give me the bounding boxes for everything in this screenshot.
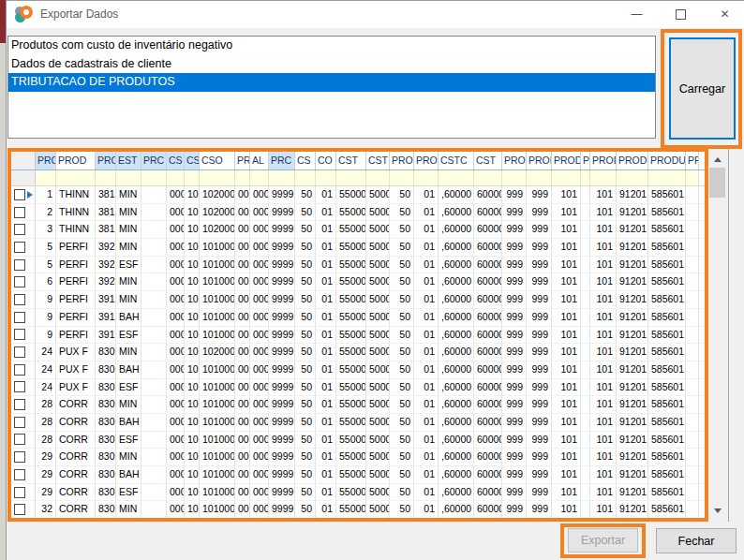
maximize-button[interactable] xyxy=(659,0,703,28)
filter-cell[interactable] xyxy=(250,170,269,185)
column-header[interactable]: PRC xyxy=(235,152,250,169)
column-header[interactable]: PROD xyxy=(590,152,617,169)
table-row[interactable]: 9PERFI391MIN0001010100000000999950015500… xyxy=(11,291,705,309)
filter-cell[interactable] xyxy=(552,170,581,185)
filter-cell[interactable] xyxy=(200,170,235,185)
column-header[interactable]: CS xyxy=(185,152,200,169)
column-header[interactable]: CSO xyxy=(200,152,235,169)
filter-cell[interactable] xyxy=(96,170,116,185)
column-header[interactable]: PROD xyxy=(552,152,581,169)
column-header[interactable]: CST xyxy=(366,152,390,169)
table-row[interactable]: 9PERFI391ESF0001010100000000999950015500… xyxy=(11,327,705,345)
filter-cell[interactable] xyxy=(36,170,56,185)
table-row[interactable]: 5PERFI392ESF0001010100000000999950015500… xyxy=(11,257,705,274)
table-row[interactable]: 28CORR830MIN0001010100000000999950015500… xyxy=(11,396,705,414)
vertical-scrollbar[interactable] xyxy=(709,152,725,518)
minimize-button[interactable]: — xyxy=(615,0,659,28)
column-header[interactable]: CS xyxy=(167,152,185,169)
filter-cell[interactable] xyxy=(581,170,590,185)
row-checkbox[interactable] xyxy=(14,399,25,410)
row-checkbox[interactable] xyxy=(14,451,25,463)
filter-cell[interactable] xyxy=(295,170,316,185)
table-row[interactable]: 28CORR830ESF0001010100000000999950015500… xyxy=(11,432,705,449)
filter-cell[interactable] xyxy=(502,170,527,185)
carregar-button[interactable]: Carregar xyxy=(669,37,736,140)
scrollbar-up-button[interactable] xyxy=(709,152,725,167)
table-row[interactable]: 6PERFI392MIN0001010100000000999950015500… xyxy=(11,273,705,291)
fechar-button[interactable]: Fechar xyxy=(656,528,737,553)
filter-cell[interactable] xyxy=(390,170,414,185)
column-header[interactable]: PROD xyxy=(390,152,414,169)
filter-cell[interactable] xyxy=(366,170,390,185)
table-row[interactable]: 29CORR830MIN0001010100000000999950015500… xyxy=(11,449,705,466)
filter-cell[interactable] xyxy=(336,170,366,185)
close-button[interactable]: ✕ xyxy=(703,0,744,28)
column-header[interactable]: PRODU xyxy=(581,152,590,169)
column-header[interactable]: PRC xyxy=(269,152,295,169)
column-header[interactable]: AL xyxy=(250,152,269,169)
filter-cell[interactable] xyxy=(686,170,699,185)
row-checkbox[interactable] xyxy=(14,329,25,340)
table-row[interactable]: 9PERFI391BAH0001010100000000999950015500… xyxy=(11,309,705,327)
filter-cell[interactable] xyxy=(648,170,686,185)
table-row[interactable]: 1THINN381MIN0001010200000000999950015500… xyxy=(11,186,705,204)
listbox-item-1[interactable]: Produtos com custo de inventário negativ… xyxy=(8,37,655,55)
filter-cell[interactable] xyxy=(316,170,336,185)
column-header[interactable]: PRC xyxy=(141,152,167,169)
listbox-item-3[interactable]: TRIBUTACAO DE PRODUTOS xyxy=(8,73,655,92)
table-row[interactable]: 3THINN381MIN0001010200000000999950015500… xyxy=(11,221,705,239)
report-listbox[interactable]: Produtos com custo de inventário negativ… xyxy=(7,36,656,139)
filter-cell[interactable] xyxy=(235,170,250,185)
column-header[interactable]: PRC xyxy=(36,152,56,169)
row-checkbox[interactable] xyxy=(14,294,25,305)
row-checkbox[interactable] xyxy=(14,417,25,428)
filter-cell[interactable] xyxy=(590,170,617,185)
column-header[interactable]: PRODU xyxy=(502,152,527,169)
column-header[interactable]: PRODU xyxy=(527,152,552,169)
filter-cell[interactable] xyxy=(141,170,167,185)
filter-cell[interactable] xyxy=(527,170,552,185)
scrollbar-thumb[interactable] xyxy=(709,168,725,198)
row-checkbox[interactable] xyxy=(14,346,25,358)
column-header[interactable]: PROD xyxy=(56,152,96,169)
column-header[interactable]: CO xyxy=(316,152,336,169)
row-checkbox[interactable] xyxy=(14,189,25,200)
table-row[interactable]: 24PUX F830ESF000101010000000099995001550… xyxy=(11,379,705,397)
filter-cell[interactable] xyxy=(167,170,185,185)
row-checkbox[interactable] xyxy=(14,487,25,498)
column-header[interactable]: PRODU xyxy=(686,152,699,169)
filter-cell[interactable] xyxy=(269,170,295,185)
row-checkbox[interactable] xyxy=(14,381,25,392)
column-header[interactable]: PROD xyxy=(414,152,439,169)
row-checkbox[interactable] xyxy=(14,312,25,323)
row-checkbox[interactable] xyxy=(14,434,25,445)
filter-cell[interactable] xyxy=(185,170,200,185)
table-row[interactable]: 2THINN381MIN0001010200000000999950015500… xyxy=(11,204,705,222)
table-row[interactable]: 5PERFI392MIN0001010100000000999950015500… xyxy=(11,239,705,257)
column-header[interactable]: CSTC xyxy=(439,152,474,169)
filter-cell[interactable] xyxy=(56,170,96,185)
row-checkbox[interactable] xyxy=(14,276,25,287)
filter-cell[interactable] xyxy=(439,170,474,185)
table-row[interactable]: 24PUX F830MIN000101020000000099995001550… xyxy=(11,344,705,361)
filter-cell[interactable] xyxy=(414,170,439,185)
scrollbar-down-button[interactable] xyxy=(709,503,725,518)
row-checkbox[interactable] xyxy=(14,504,25,515)
exportar-button[interactable]: Exportar xyxy=(568,528,638,553)
row-checkbox[interactable] xyxy=(14,242,25,253)
listbox-item-2[interactable]: Dados de cadastrais de cliente xyxy=(8,55,655,74)
table-row[interactable]: 29CORR830ESF0001010100000000999950015500… xyxy=(11,484,705,502)
filter-cell[interactable] xyxy=(116,170,141,185)
row-checkbox[interactable] xyxy=(14,207,25,218)
row-checkbox[interactable] xyxy=(14,364,25,376)
filter-cell[interactable] xyxy=(617,170,648,185)
table-row[interactable]: 29CORR830BAH0001010100000000999950015500… xyxy=(11,466,705,484)
column-header[interactable]: PRODU xyxy=(617,152,648,169)
table-row[interactable]: 28CORR830BAH0001010100000000999950015500… xyxy=(11,414,705,432)
column-header[interactable]: PRODU xyxy=(648,152,686,169)
column-header[interactable]: EST xyxy=(116,152,141,169)
row-checkbox[interactable] xyxy=(14,259,25,271)
column-header[interactable]: PRC xyxy=(96,152,116,169)
column-header[interactable]: CST xyxy=(336,152,366,169)
row-checkbox[interactable] xyxy=(14,224,25,235)
